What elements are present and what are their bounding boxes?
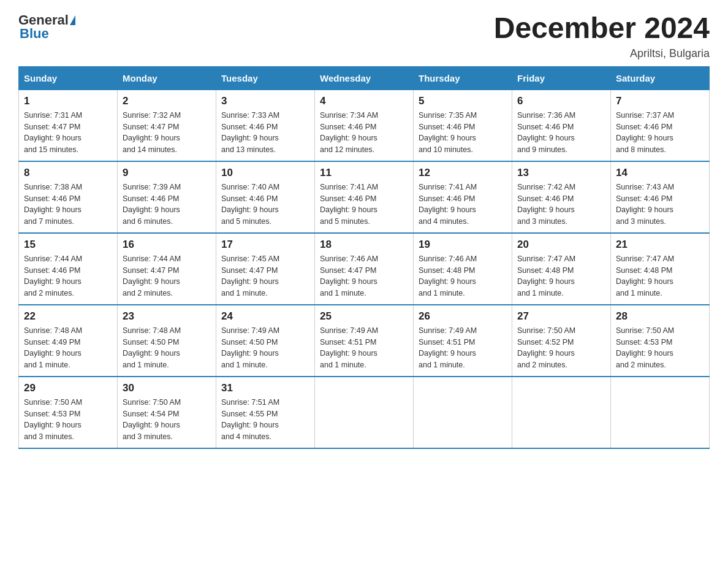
header-wednesday: Wednesday	[315, 66, 414, 90]
calendar-cell: 9Sunrise: 7:39 AMSunset: 4:46 PMDaylight…	[118, 161, 216, 233]
logo-triangle-icon	[70, 15, 75, 25]
day-info: Sunrise: 7:50 AMSunset: 4:53 PMDaylight:…	[24, 397, 112, 443]
calendar-cell	[611, 377, 710, 448]
day-number: 5	[419, 95, 507, 107]
day-info: Sunrise: 7:47 AMSunset: 4:48 PMDaylight:…	[616, 253, 704, 299]
day-number: 17	[221, 239, 309, 251]
week-row-2: 8Sunrise: 7:38 AMSunset: 4:46 PMDaylight…	[19, 161, 710, 233]
day-info: Sunrise: 7:49 AMSunset: 4:50 PMDaylight:…	[221, 325, 309, 371]
day-info: Sunrise: 7:39 AMSunset: 4:46 PMDaylight:…	[123, 182, 211, 228]
calendar-cell: 20Sunrise: 7:47 AMSunset: 4:48 PMDayligh…	[512, 233, 611, 305]
day-info: Sunrise: 7:43 AMSunset: 4:46 PMDaylight:…	[616, 182, 704, 228]
header-thursday: Thursday	[414, 66, 512, 90]
calendar-cell: 17Sunrise: 7:45 AMSunset: 4:47 PMDayligh…	[216, 233, 315, 305]
calendar-cell: 3Sunrise: 7:33 AMSunset: 4:46 PMDaylight…	[216, 90, 315, 161]
calendar-cell: 12Sunrise: 7:41 AMSunset: 4:46 PMDayligh…	[414, 161, 512, 233]
calendar-table: Sunday Monday Tuesday Wednesday Thursday…	[18, 66, 710, 449]
day-info: Sunrise: 7:50 AMSunset: 4:54 PMDaylight:…	[123, 397, 211, 443]
calendar-cell: 15Sunrise: 7:44 AMSunset: 4:46 PMDayligh…	[19, 233, 118, 305]
calendar-cell: 19Sunrise: 7:46 AMSunset: 4:48 PMDayligh…	[414, 233, 512, 305]
day-info: Sunrise: 7:46 AMSunset: 4:48 PMDaylight:…	[419, 253, 507, 299]
day-number: 9	[123, 167, 211, 179]
calendar-cell: 8Sunrise: 7:38 AMSunset: 4:46 PMDaylight…	[19, 161, 118, 233]
week-row-4: 22Sunrise: 7:48 AMSunset: 4:49 PMDayligh…	[19, 305, 710, 377]
day-info: Sunrise: 7:31 AMSunset: 4:47 PMDaylight:…	[24, 110, 112, 156]
calendar-cell: 23Sunrise: 7:48 AMSunset: 4:50 PMDayligh…	[118, 305, 216, 377]
day-info: Sunrise: 7:50 AMSunset: 4:52 PMDaylight:…	[517, 325, 605, 371]
calendar-cell: 22Sunrise: 7:48 AMSunset: 4:49 PMDayligh…	[19, 305, 118, 377]
day-info: Sunrise: 7:35 AMSunset: 4:46 PMDaylight:…	[419, 110, 507, 156]
calendar-cell: 18Sunrise: 7:46 AMSunset: 4:47 PMDayligh…	[315, 233, 414, 305]
calendar-cell: 24Sunrise: 7:49 AMSunset: 4:50 PMDayligh…	[216, 305, 315, 377]
calendar-cell: 6Sunrise: 7:36 AMSunset: 4:46 PMDaylight…	[512, 90, 611, 161]
title-area: December 2024 Apriltsi, Bulgaria	[494, 12, 710, 60]
day-number: 4	[320, 95, 408, 107]
day-number: 23	[123, 310, 211, 323]
header-friday: Friday	[512, 66, 611, 90]
calendar-cell: 16Sunrise: 7:44 AMSunset: 4:47 PMDayligh…	[118, 233, 216, 305]
month-title: December 2024	[494, 12, 710, 45]
day-info: Sunrise: 7:48 AMSunset: 4:50 PMDaylight:…	[123, 325, 211, 371]
calendar-cell: 5Sunrise: 7:35 AMSunset: 4:46 PMDaylight…	[414, 90, 512, 161]
day-info: Sunrise: 7:49 AMSunset: 4:51 PMDaylight:…	[419, 325, 507, 371]
day-number: 24	[221, 310, 309, 323]
day-info: Sunrise: 7:51 AMSunset: 4:55 PMDaylight:…	[221, 397, 309, 443]
week-row-3: 15Sunrise: 7:44 AMSunset: 4:46 PMDayligh…	[19, 233, 710, 305]
day-number: 13	[517, 167, 605, 179]
day-info: Sunrise: 7:41 AMSunset: 4:46 PMDaylight:…	[320, 182, 408, 228]
header-tuesday: Tuesday	[216, 66, 315, 90]
calendar-cell	[512, 377, 611, 448]
calendar-cell: 1Sunrise: 7:31 AMSunset: 4:47 PMDaylight…	[19, 90, 118, 161]
day-number: 26	[419, 310, 507, 323]
calendar-cell: 28Sunrise: 7:50 AMSunset: 4:53 PMDayligh…	[611, 305, 710, 377]
calendar-cell	[414, 377, 512, 448]
calendar-cell: 25Sunrise: 7:49 AMSunset: 4:51 PMDayligh…	[315, 305, 414, 377]
day-info: Sunrise: 7:44 AMSunset: 4:47 PMDaylight:…	[123, 253, 211, 299]
day-number: 3	[221, 95, 309, 107]
calendar-cell: 11Sunrise: 7:41 AMSunset: 4:46 PMDayligh…	[315, 161, 414, 233]
header-saturday: Saturday	[611, 66, 710, 90]
day-number: 31	[221, 382, 309, 394]
day-number: 15	[24, 239, 112, 251]
day-number: 19	[419, 239, 507, 251]
calendar-header: Sunday Monday Tuesday Wednesday Thursday…	[19, 66, 710, 90]
day-number: 18	[320, 239, 408, 251]
calendar-cell: 21Sunrise: 7:47 AMSunset: 4:48 PMDayligh…	[611, 233, 710, 305]
day-number: 1	[24, 95, 112, 107]
header-monday: Monday	[118, 66, 216, 90]
calendar-cell: 27Sunrise: 7:50 AMSunset: 4:52 PMDayligh…	[512, 305, 611, 377]
day-number: 2	[123, 95, 211, 107]
day-info: Sunrise: 7:41 AMSunset: 4:46 PMDaylight:…	[419, 182, 507, 228]
calendar-cell: 29Sunrise: 7:50 AMSunset: 4:53 PMDayligh…	[19, 377, 118, 448]
day-number: 14	[616, 167, 704, 179]
calendar-cell: 30Sunrise: 7:50 AMSunset: 4:54 PMDayligh…	[118, 377, 216, 448]
day-info: Sunrise: 7:37 AMSunset: 4:46 PMDaylight:…	[616, 110, 704, 156]
day-number: 7	[616, 95, 704, 107]
week-row-1: 1Sunrise: 7:31 AMSunset: 4:47 PMDaylight…	[19, 90, 710, 161]
day-number: 8	[24, 167, 112, 179]
logo-blue-text: Blue	[20, 26, 49, 42]
day-info: Sunrise: 7:46 AMSunset: 4:47 PMDaylight:…	[320, 253, 408, 299]
week-row-5: 29Sunrise: 7:50 AMSunset: 4:53 PMDayligh…	[19, 377, 710, 448]
calendar-cell	[315, 377, 414, 448]
day-info: Sunrise: 7:49 AMSunset: 4:51 PMDaylight:…	[320, 325, 408, 371]
calendar-cell: 26Sunrise: 7:49 AMSunset: 4:51 PMDayligh…	[414, 305, 512, 377]
day-info: Sunrise: 7:44 AMSunset: 4:46 PMDaylight:…	[24, 253, 112, 299]
day-info: Sunrise: 7:42 AMSunset: 4:46 PMDaylight:…	[517, 182, 605, 228]
day-number: 12	[419, 167, 507, 179]
calendar-cell: 2Sunrise: 7:32 AMSunset: 4:47 PMDaylight…	[118, 90, 216, 161]
header-row: Sunday Monday Tuesday Wednesday Thursday…	[19, 66, 710, 90]
day-number: 20	[517, 239, 605, 251]
header-sunday: Sunday	[19, 66, 118, 90]
calendar-cell: 31Sunrise: 7:51 AMSunset: 4:55 PMDayligh…	[216, 377, 315, 448]
day-number: 27	[517, 310, 605, 323]
day-number: 25	[320, 310, 408, 323]
calendar-cell: 7Sunrise: 7:37 AMSunset: 4:46 PMDaylight…	[611, 90, 710, 161]
day-info: Sunrise: 7:47 AMSunset: 4:48 PMDaylight:…	[517, 253, 605, 299]
day-info: Sunrise: 7:45 AMSunset: 4:47 PMDaylight:…	[221, 253, 309, 299]
day-number: 22	[24, 310, 112, 323]
day-number: 29	[24, 382, 112, 394]
logo: General Blue	[18, 12, 75, 42]
calendar-cell: 10Sunrise: 7:40 AMSunset: 4:46 PMDayligh…	[216, 161, 315, 233]
day-info: Sunrise: 7:50 AMSunset: 4:53 PMDaylight:…	[616, 325, 704, 371]
